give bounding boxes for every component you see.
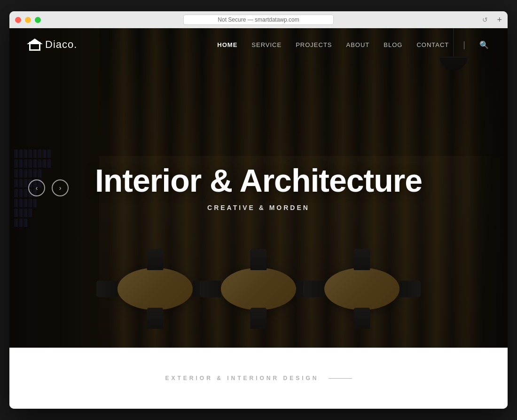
white-section: EXTERIOR & INTERIONR DESIGN [9, 348, 508, 409]
logo-text: Diaco. [45, 39, 77, 51]
tagline-text: EXTERIOR & INTERIONR DESIGN [165, 375, 319, 381]
nav-blog[interactable]: BLOG [384, 41, 402, 48]
nav-about[interactable]: ABOUT [346, 41, 370, 48]
maximize-button[interactable] [35, 17, 41, 23]
slider-prev-button[interactable]: ‹ [28, 179, 45, 196]
mac-window: Not Secure — smartdatawp.com ↺ + [9, 11, 508, 409]
logo-brand: Dia [45, 39, 62, 50]
nav-home[interactable]: HOME [217, 41, 237, 48]
logo[interactable]: Diaco. [28, 39, 77, 51]
address-bar[interactable]: Not Secure — smartdatawp.com [183, 15, 334, 25]
nav-service[interactable]: SERVICE [251, 41, 282, 48]
mac-titlebar: Not Secure — smartdatawp.com ↺ + [9, 11, 508, 28]
nav-links: HOME SERVICE PROJECTS ABOUT BLOG CONTACT… [217, 40, 489, 50]
search-icon[interactable]: 🔍 [479, 40, 489, 49]
not-secure-label: Not Secure [218, 16, 246, 23]
nav-divider: | [463, 40, 465, 50]
logo-suffix: co. [62, 39, 77, 50]
reload-button[interactable]: ↺ [482, 16, 488, 23]
slider-next-button[interactable]: › [52, 179, 69, 196]
section-tagline: EXTERIOR & INTERIONR DESIGN [165, 375, 352, 381]
nav-projects[interactable]: PROJECTS [296, 41, 332, 48]
close-button[interactable] [15, 17, 21, 23]
site-content: Diaco. HOME SERVICE PROJECTS ABOUT BLOG … [9, 28, 508, 409]
hero-text-block: Interior & Architecture CREATIVE & MORDE… [95, 164, 422, 211]
new-tab-button[interactable]: + [497, 16, 502, 24]
nav-contact[interactable]: CONTACT [416, 41, 449, 48]
hero-section: Diaco. HOME SERVICE PROJECTS ABOUT BLOG … [9, 28, 508, 348]
logo-house-icon [28, 39, 41, 51]
tagline-line [329, 378, 352, 379]
hero-main-title: Interior & Architecture [95, 164, 422, 196]
navbar: Diaco. HOME SERVICE PROJECTS ABOUT BLOG … [9, 28, 508, 61]
minimize-button[interactable] [25, 17, 31, 23]
url-label: smartdatawp.com [255, 16, 299, 23]
hero-subtitle: CREATIVE & MORDEN [95, 204, 422, 211]
